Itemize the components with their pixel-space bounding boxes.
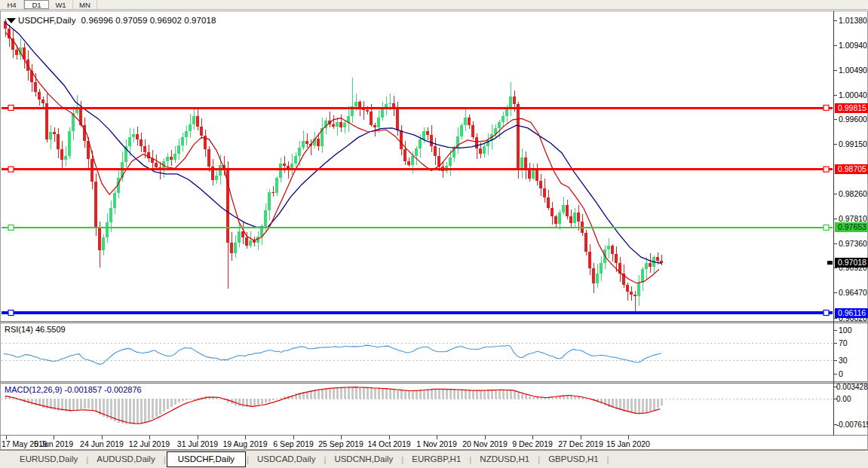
candle-body	[238, 231, 241, 243]
macd-bar	[125, 399, 127, 424]
candle-body	[562, 205, 565, 213]
macd-bar	[276, 399, 278, 399]
macd-bar	[385, 389, 388, 399]
candle-body	[275, 178, 278, 193]
chart-title: USDCHF,Daily0.96996 0.97059 0.96902 0.97…	[18, 16, 216, 25]
macd-bar	[359, 387, 361, 399]
date-axis-label: 1 Nov 2019	[416, 439, 457, 448]
candle-body	[75, 109, 78, 113]
tab-audusd-daily[interactable]: AUDUSD,Daily	[89, 452, 162, 466]
macd-bar	[646, 399, 648, 413]
candle-body	[38, 92, 41, 99]
tab-usdchf-daily[interactable]: USDCHF,Daily	[167, 451, 246, 467]
chart-canvas[interactable]: 1.013801.009401.004901.000400.996000.991…	[0, 11, 868, 450]
candle-body	[566, 205, 569, 216]
candle-body	[49, 132, 52, 139]
timeframe-button-mn[interactable]: MN	[73, 0, 97, 9]
candle-body	[245, 237, 248, 246]
macd-bar	[118, 399, 120, 423]
macd-bar	[491, 390, 493, 399]
tab-usdcnh-daily[interactable]: USDCNH,Daily	[327, 452, 400, 466]
candle-body	[136, 134, 139, 139]
candle-body	[615, 254, 618, 263]
level-line-handle[interactable]	[824, 310, 829, 316]
candle-body	[64, 156, 67, 160]
macd-bar	[434, 389, 437, 399]
macd-bar	[449, 390, 452, 399]
macd-bar	[457, 390, 459, 399]
candle-body	[468, 118, 471, 125]
macd-bar	[8, 397, 11, 399]
candle-body	[520, 158, 523, 169]
price-axis-tick: 1.00940	[839, 41, 867, 50]
candle-body	[558, 213, 561, 224]
candle-wick	[635, 291, 636, 312]
macd-bar	[623, 399, 625, 411]
macd-bar	[634, 399, 636, 414]
tab-eurgbp-h1[interactable]: EURGBP,H1	[404, 452, 468, 466]
rsi-indicator-label: RSI(14) 46.5509	[5, 325, 66, 334]
macd-bar	[238, 399, 241, 406]
candle-body	[181, 137, 184, 145]
candle-body	[317, 139, 320, 146]
candle-body	[483, 146, 486, 154]
macd-axis-tick: 0.003428	[836, 383, 868, 391]
candle-body	[607, 246, 610, 249]
macd-axis-tick: -0.007615	[836, 421, 868, 429]
level-line-handle[interactable]	[824, 106, 829, 111]
macd-bar	[314, 390, 316, 399]
tab-nzdusd-h1[interactable]: NZDUSD,H1	[472, 452, 537, 466]
candle-wick	[311, 139, 311, 155]
level-price-tag-0.98705: 0.98705	[835, 164, 868, 174]
candle-body	[57, 134, 60, 149]
level-line-handle[interactable]	[8, 106, 14, 111]
svg-text:0.97018: 0.97018	[838, 258, 866, 267]
macd-bar	[423, 390, 425, 399]
level-line-handle[interactable]	[8, 310, 14, 316]
date-axis-label: 20 Nov 2019	[462, 439, 508, 448]
macd-bar	[27, 399, 29, 403]
macd-bar	[159, 399, 161, 414]
candle-body	[370, 112, 373, 125]
macd-bar	[317, 390, 320, 399]
tab-separator: |	[606, 455, 610, 464]
candle-body	[15, 50, 18, 55]
tab-eurusd-daily[interactable]: EURUSD,Daily	[12, 452, 85, 466]
candle-body	[513, 96, 516, 104]
level-line-handle[interactable]	[824, 167, 829, 172]
candle-body	[68, 131, 71, 157]
candle-body	[143, 146, 146, 152]
tab-gbpusd-h1[interactable]: GBPUSD,H1	[541, 452, 606, 466]
macd-bar	[649, 399, 652, 411]
candle-body	[388, 103, 391, 104]
candle-body	[573, 213, 576, 222]
level-line-handle[interactable]	[8, 167, 14, 172]
candle-body	[98, 228, 101, 250]
level-line-handle[interactable]	[824, 225, 829, 230]
macd-bar	[253, 399, 256, 406]
macd-bar	[91, 399, 94, 410]
macd-bar	[35, 399, 37, 405]
price-axis-tick: 0.99600	[839, 115, 867, 124]
macd-bar	[529, 396, 531, 399]
macd-bar	[155, 399, 158, 417]
macd-bar	[416, 390, 418, 399]
timeframe-button-d1[interactable]: D1	[24, 0, 49, 9]
candle-body	[155, 163, 158, 167]
timeframe-button-h4[interactable]: H4	[0, 0, 24, 9]
macd-bar	[653, 399, 655, 410]
candle-body	[596, 274, 599, 283]
level-line-handle[interactable]	[8, 225, 14, 230]
candle-body	[377, 118, 380, 127]
timeframe-button-w1[interactable]: W1	[49, 0, 73, 9]
candle-body	[113, 193, 116, 208]
candle-body	[600, 263, 603, 274]
candle-body	[60, 149, 63, 161]
svg-text:0.96116: 0.96116	[838, 308, 866, 317]
macd-bar	[487, 390, 489, 399]
macd-bar	[174, 399, 176, 405]
date-axis-label: 25 Sep 2019	[318, 439, 363, 448]
svg-text:0.99815: 0.99815	[838, 103, 866, 112]
tab-usdcad-daily[interactable]: USDCAD,Daily	[250, 452, 323, 466]
date-axis-label: 24 Jun 2019	[80, 439, 124, 448]
